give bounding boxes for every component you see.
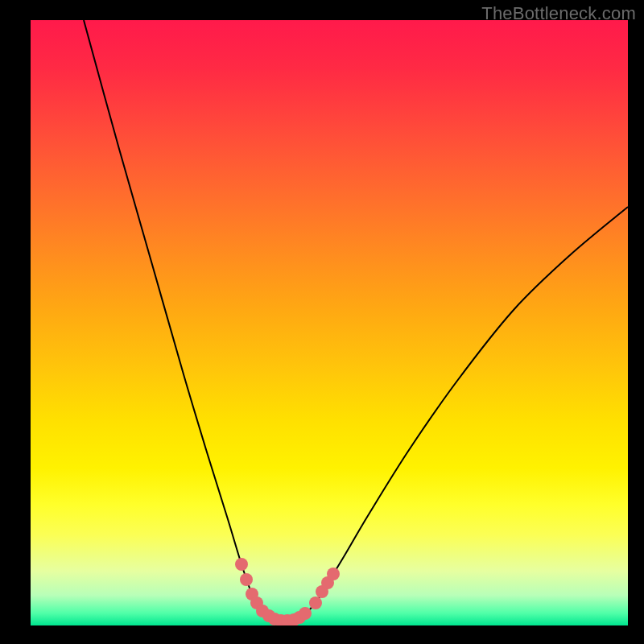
marker-dot (316, 585, 328, 598)
marker-dot (299, 607, 312, 620)
marker-dot (293, 611, 306, 624)
marker-dot (250, 597, 263, 609)
marker-dot (287, 613, 300, 625)
curve-markers (235, 558, 340, 625)
marker-dot (309, 597, 322, 609)
marker-dot (281, 614, 294, 625)
watermark-text: TheBottleneck.com (481, 3, 636, 24)
marker-dot (262, 609, 275, 622)
marker-dot (275, 614, 287, 625)
chart-frame: TheBottleneck.com (0, 0, 644, 644)
marker-dot (327, 568, 340, 580)
marker-dot (246, 588, 258, 601)
curve-layer (31, 20, 628, 625)
marker-dot (321, 576, 334, 589)
marker-dot (256, 605, 269, 617)
marker-dot (240, 573, 253, 586)
marker-dot (268, 613, 281, 625)
marker-dot (235, 558, 248, 571)
bottleneck-curve (84, 20, 628, 621)
plot-area (31, 20, 628, 625)
